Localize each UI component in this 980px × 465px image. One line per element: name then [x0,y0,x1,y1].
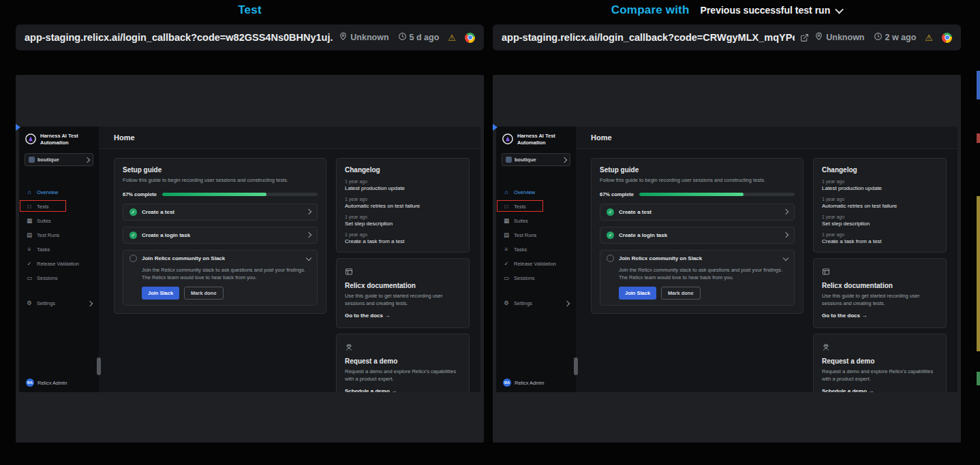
sidebar-item-tests[interactable]: □ Tests [496,199,576,214]
app-screenshot: Harness AI Test Automation boutique ⌂ Ov… [496,127,958,392]
progress-label: 67% complete [600,191,634,197]
sidebar-collapse-handle[interactable] [97,357,101,375]
setup-guide-card: Setup guide Follow this guide to begin r… [114,158,326,314]
setup-guide-subtitle: Follow this guide to begin recording use… [123,177,318,185]
documentation-icon [822,266,938,278]
documentation-body: Use this guide to get started recording … [822,293,938,308]
changelog-entry: 1 year ago Automatic retries on test fai… [345,197,461,209]
location-text: Unknown [350,33,388,42]
project-selector[interactable]: boutique [502,153,570,166]
demo-title: Request a demo [345,357,461,365]
schedule-demo-link[interactable]: Schedule a demo → [345,388,397,393]
minimap-segment [977,196,980,351]
empty-circle-icon [607,255,614,262]
tests-highlight-box [497,200,543,212]
screenshot-panel: Harness AI Test Automation boutique ⌂ Ov… [493,75,961,443]
chevron-right-icon [306,232,311,238]
clock-icon [874,31,883,44]
url-bar[interactable]: app-staging.relicx.ai/login_callback?cod… [16,25,484,50]
sidebar-item-overview[interactable]: ⌂ Overview [19,185,99,199]
sidebar-item-sessions[interactable]: ▭ Sessions [496,271,576,285]
sidebar-item-release-validation[interactable]: ✓ Release Validation [19,257,99,271]
documentation-body: Use this guide to get started recording … [345,293,461,308]
brand-logo-icon [25,133,37,148]
setup-task-join-slack[interactable]: Join Relicx community on Slack Join the … [600,250,795,306]
time-ago-text: 2 w ago [885,33,917,42]
sidebar-item-test-runs[interactable]: ▤ Test Runs [19,228,99,242]
url-bar[interactable]: app-staging.relicx.ai/login_callback?cod… [493,25,961,50]
chevron-right-icon [87,300,93,306]
chevron-down-icon [306,255,311,261]
progress-fill [162,193,266,196]
documentation-icon [345,266,461,278]
tasks-icon: ≡ [26,246,33,253]
sidebar-item-suites[interactable]: ▦ Suites [19,214,99,228]
setup-task-create-login-task[interactable]: ✓ Create a login task [600,227,795,244]
brand-name: Harness AI Test Automation [517,133,561,146]
changelog-entry: 1 year ago Create a task from a test [822,232,938,244]
screenshot-panel: Harness AI Test Automation boutique ⌂ Ov… [16,75,484,443]
demo-title: Request a demo [822,357,938,365]
sidebar-item-overview[interactable]: ⌂ Overview [496,185,576,199]
setup-task-join-slack[interactable]: Join Relicx community on Slack Join the … [123,250,318,306]
scrollbar-minimap[interactable] [977,0,980,465]
demo-card: Request a demo Request a demo and explor… [336,334,470,392]
user-name: Relicx Admin [515,380,544,386]
setup-guide-title: Setup guide [600,166,795,174]
chevron-down-icon [783,255,788,261]
user-account[interactable]: RA Relicx Admin [496,373,576,392]
join-slack-button[interactable]: Join Slack [619,287,656,300]
sessions-icon: ▭ [503,275,510,281]
sessions-icon: ▭ [26,275,33,281]
sidebar-item-settings[interactable]: ⚙ Settings [496,296,576,310]
setup-progress: 67% complete [600,191,795,197]
changelog-title: Changelog [345,166,461,174]
chevron-right-icon [564,300,570,306]
shield-check-icon: ✓ [503,261,510,267]
chrome-browser-icon [465,33,475,43]
mark-done-button[interactable]: Mark done [184,287,224,300]
setup-task-create-test[interactable]: ✓ Create a test [600,204,795,221]
shield-check-icon: ✓ [26,261,33,267]
brand-logo-icon [502,133,514,148]
sidebar-item-suites[interactable]: ▦ Suites [496,214,576,228]
sidebar-item-sessions[interactable]: ▭ Sessions [19,271,99,285]
chrome-browser-icon [942,33,952,43]
user-account[interactable]: RA Relicx Admin [19,373,99,392]
app-sidebar: Harness AI Test Automation boutique ⌂ Ov… [496,127,576,392]
sidebar-item-tests[interactable]: □ Tests [19,199,99,214]
sidebar-item-settings[interactable]: ⚙ Settings [19,296,99,310]
location-pin-icon [814,31,823,44]
location-text: Unknown [826,33,864,42]
app-content: Setup guide Follow this guide to begin r… [99,149,480,392]
app-main: Home Setup guide Follow this guide to be… [99,127,480,392]
setup-task-create-login-task[interactable]: ✓ Create a login task [123,227,318,244]
task-description: Join the Relicx community slack to ask q… [619,266,788,282]
go-to-docs-link[interactable]: Go to the docs → [822,312,867,319]
external-link-icon[interactable] [800,33,809,42]
brand: Harness AI Test Automation [496,127,576,148]
changelog-title: Changelog [822,166,938,174]
check-circle-icon: ✓ [129,231,137,239]
sidebar-item-release-validation[interactable]: ✓ Release Validation [496,257,576,271]
warning-icon: ⚠ [925,33,933,42]
documentation-card: Relicx documentation Use this guide to g… [336,258,470,328]
setup-task-create-test[interactable]: ✓ Create a test [123,204,318,221]
join-slack-button[interactable]: Join Slack [142,287,179,300]
sidebar-item-tasks[interactable]: ≡ Tasks [19,242,99,257]
project-selector[interactable]: boutique [25,153,93,166]
url-text: app-staging.relicx.ai/login_callback?cod… [25,32,333,43]
gear-icon: ⚙ [26,300,33,306]
mark-done-button[interactable]: Mark done [661,287,701,300]
task-description: Join the Relicx community slack to ask q… [142,266,311,282]
location-pin-icon [339,31,348,44]
sidebar-item-test-runs[interactable]: ▤ Test Runs [496,228,576,242]
sidebar-collapse-handle[interactable] [574,357,578,375]
go-to-docs-link[interactable]: Go to the docs → [345,312,390,319]
schedule-demo-link[interactable]: Schedule a demo → [822,388,874,393]
documentation-title: Relicx documentation [822,282,938,289]
demo-body: Request a demo and explore Relicx's capa… [345,368,461,383]
home-icon: ⌂ [26,189,33,195]
chevron-right-icon [306,209,311,214]
sidebar-item-tasks[interactable]: ≡ Tasks [496,242,576,257]
